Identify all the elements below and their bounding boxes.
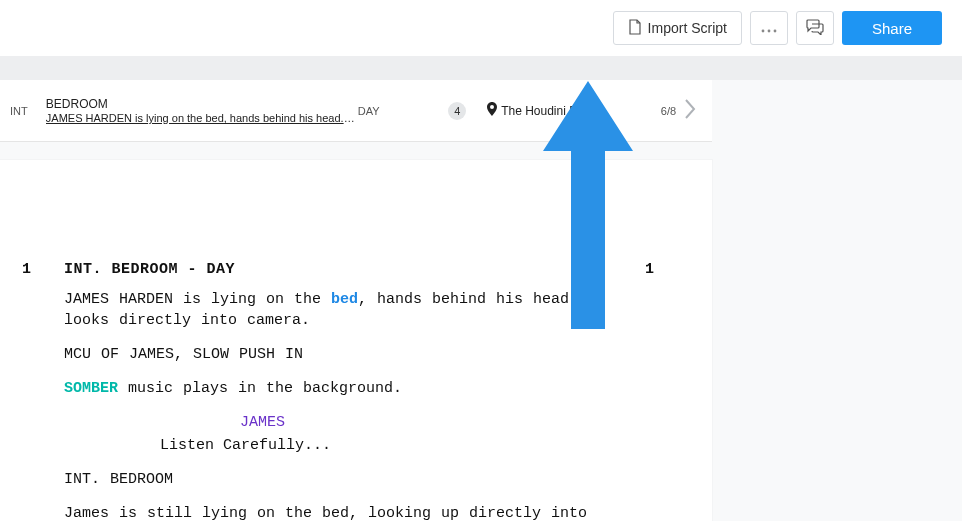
slugline-2[interactable]: INT. BEDROOM [64, 470, 624, 490]
scene-description-link[interactable]: JAMES HARDEN is lying on the bed, hands … [46, 112, 356, 124]
ellipsis-icon [761, 20, 777, 36]
import-script-label: Import Script [648, 20, 727, 36]
script-sheet-area: 1 1 INT. BEDROOM - DAY JAMES HARDEN is l… [0, 142, 962, 521]
svg-point-1 [768, 30, 771, 33]
svg-point-0 [762, 30, 765, 33]
dialogue-1[interactable]: Listen Carefully... [160, 436, 520, 456]
share-button-label: Share [872, 20, 912, 37]
scene-number-badge[interactable]: 4 [448, 102, 466, 120]
scene-number-wrap: 4 [427, 102, 487, 120]
chat-icon [806, 19, 824, 38]
tagged-sound-somber[interactable]: SOMBER [64, 380, 118, 397]
chevron-right-icon [684, 98, 696, 124]
character-cue-1[interactable]: JAMES [240, 413, 672, 433]
action-block-3[interactable]: SOMBER music plays in the background. [64, 379, 624, 399]
scene-set-name[interactable]: BEDROOM [46, 97, 358, 111]
share-button[interactable]: Share [842, 11, 942, 45]
action-block-2[interactable]: MCU OF JAMES, SLOW PUSH IN [64, 345, 624, 365]
scene-time-of-day[interactable]: DAY [358, 105, 428, 117]
separator-bar [0, 56, 962, 80]
scene-set-block: BEDROOM JAMES HARDEN is lying on the bed… [40, 97, 358, 124]
scene-page-count: 6/8 [636, 105, 676, 117]
more-options-button[interactable] [750, 11, 788, 45]
action3-post: music plays in the background. [118, 380, 402, 397]
next-scene-chevron[interactable] [676, 98, 704, 124]
scene-location-text: The Houdini Estate [501, 104, 603, 118]
scene-location[interactable]: The Houdini Estate [487, 102, 636, 119]
scene-number-right: 1 [645, 260, 654, 280]
import-script-button[interactable]: Import Script [613, 11, 742, 45]
scene-info-bar: INT BEDROOM JAMES HARDEN is lying on the… [0, 80, 712, 142]
action-text-pre: JAMES HARDEN is lying on the [64, 291, 331, 308]
scene-int-ext[interactable]: INT [8, 105, 40, 117]
action-block-4[interactable]: James is still lying on the bed, looking… [64, 504, 624, 521]
svg-point-2 [774, 30, 777, 33]
scene-number-left: 1 [22, 260, 31, 280]
action-block-1[interactable]: JAMES HARDEN is lying on the bed, hands … [64, 290, 624, 331]
script-page[interactable]: 1 1 INT. BEDROOM - DAY JAMES HARDEN is l… [0, 160, 712, 521]
document-icon [628, 19, 642, 38]
tagged-prop-bed[interactable]: bed [331, 291, 358, 308]
slugline-1[interactable]: INT. BEDROOM - DAY [64, 260, 672, 280]
location-pin-icon [487, 102, 497, 119]
top-toolbar: Import Script Share [0, 0, 962, 56]
comments-button[interactable] [796, 11, 834, 45]
